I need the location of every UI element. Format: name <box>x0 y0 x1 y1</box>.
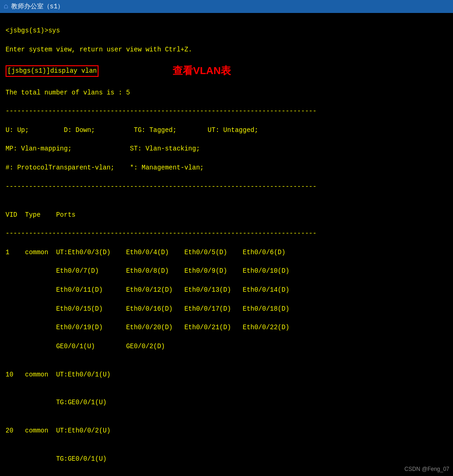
terminal-line-5: ----------------------------------------… <box>6 106 447 116</box>
watermark: CSDN @Feng_07 <box>404 466 449 472</box>
terminal-line-6: U: Up; D: Down; TG: Tagged; UT: Untagged… <box>6 125 447 135</box>
terminal-line-16: Eth0/0/15(D) Eth0/0/16(D) Eth0/0/17(D) E… <box>6 304 447 313</box>
terminal-line-26: TG:GE0/0/1(U) <box>6 454 447 463</box>
terminal-line-7: MP: Vlan-mapping; ST: Vlan-stacking; <box>6 144 447 153</box>
vlan-annotation: 查看VLAN表 <box>173 63 231 78</box>
terminal-line-1: <jsbgs(s1)>sys <box>6 26 447 35</box>
terminal-line-17: Eth0/0/19(D) Eth0/0/20(D) Eth0/0/21(D) E… <box>6 323 447 332</box>
terminal-line-13: 1 common UT:Eth0/0/3(D) Eth0/0/4(D) Eth0… <box>6 248 447 257</box>
terminal-line-4: The total number of vlans is : 5 <box>6 88 447 97</box>
terminal-line-15: Eth0/0/11(D) Eth0/0/12(D) Eth0/0/13(D) E… <box>6 285 447 294</box>
title-bar: ⌂ 教师办公室（s1） <box>0 0 453 13</box>
terminal-line-14: Eth0/0/7(D) Eth0/0/8(D) Eth0/0/9(D) Eth0… <box>6 266 447 276</box>
terminal-line-20: 10 common UT:Eth0/0/1(U) <box>6 370 447 379</box>
window-title: 教师办公室（s1） <box>11 2 64 11</box>
terminal-line-11: VID Type Ports <box>6 210 447 219</box>
terminal-line-18: GE0/0/1(U) GE0/0/2(D) <box>6 342 447 351</box>
terminal-line-22: TG:GE0/0/1(U) <box>6 398 447 407</box>
terminal-line-24: 20 common UT:Eth0/0/2(U) <box>6 426 447 435</box>
cmd-highlight: [jsbgs(s1)]display vlan <box>6 65 99 76</box>
terminal-line-12: ----------------------------------------… <box>6 229 447 238</box>
terminal-window: <jsbgs(s1)>sys Enter system view, return… <box>0 13 453 476</box>
title-icon: ⌂ <box>4 2 8 11</box>
terminal-line-8: #: ProtocolTransparent-vlan; *: Manageme… <box>6 163 447 172</box>
terminal-line-3: [jsbgs(s1)]display vlan查看VLAN表 <box>6 63 447 78</box>
terminal-line-2: Enter system view, return user view with… <box>6 45 447 54</box>
terminal-line-9: ----------------------------------------… <box>6 182 447 191</box>
